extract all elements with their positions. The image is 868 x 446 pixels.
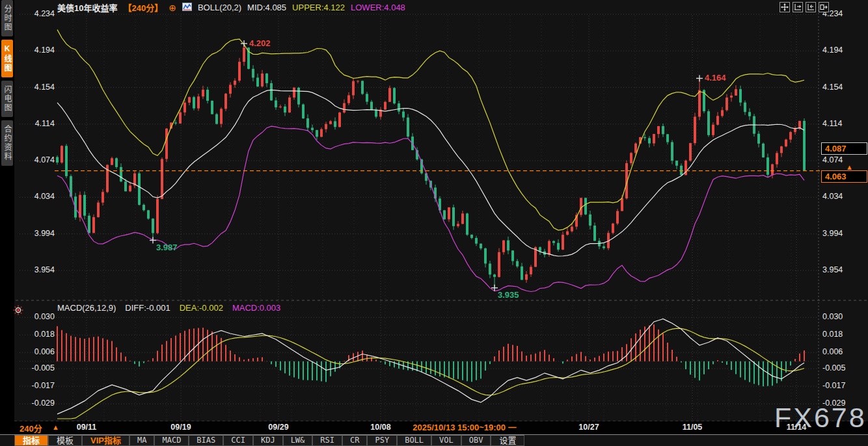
sidebar-tab-time-chart[interactable]: 分时图 xyxy=(1,0,13,36)
shift-right-icon[interactable] xyxy=(819,2,829,12)
add-indicator-icon[interactable]: ⊕ xyxy=(169,3,176,12)
macd-label: MACD(26,12,9) xyxy=(57,303,116,313)
indicator-chart-icon xyxy=(182,3,192,13)
macd-tick-label: -0.005 xyxy=(822,363,845,373)
sidebar-tab-lightning-chart[interactable]: 闪电图 xyxy=(1,81,13,117)
chart-background xyxy=(14,0,868,421)
date-tick-label: 10/08 xyxy=(370,423,390,432)
price-tick-label: 4.074 xyxy=(822,155,843,164)
sidebar: 分时图K线图闪电图合约资料 xyxy=(0,0,14,446)
compress-x-icon[interactable] xyxy=(793,2,803,12)
date-tick-label: 11/05 xyxy=(683,423,703,432)
price-tick-label: 4.034 xyxy=(18,192,55,201)
toolbar-button-PSY[interactable]: PSY xyxy=(367,435,397,446)
selected-period-label: 2025/10/13 15:00~19:00 一 xyxy=(413,421,517,434)
price-tick-label: 4.154 xyxy=(822,83,843,92)
macd-tick-label: -0.017 xyxy=(18,381,55,390)
boll-mid-value: MID:4.085 xyxy=(247,3,286,12)
compress-y-icon[interactable] xyxy=(806,2,816,12)
price-tick-label: 4.234 xyxy=(18,9,55,18)
macd-header: MACD(26,12,9) DIFF:-0.001 DEA:-0.002 MAC… xyxy=(57,303,280,313)
toolbar-button-BOLL[interactable]: BOLL xyxy=(397,435,431,446)
macd-tick-label: -0.017 xyxy=(822,381,845,390)
toolbar-button-KDJ[interactable]: KDJ xyxy=(253,435,283,446)
date-tick-label: 10/27 xyxy=(578,423,599,432)
indicator-toolbar: 指标模板VIP指标MAMACDBIASCCIKDJLW&RSICRPSYBOLL… xyxy=(0,434,868,446)
boll-lower-value: LOWER:4.048 xyxy=(351,3,405,12)
toolbar-button-设置[interactable]: 设置 xyxy=(491,435,524,446)
date-tick-label: 09/29 xyxy=(268,423,288,432)
toolbar-button-MACD[interactable]: MACD xyxy=(154,435,189,446)
price-tick-label: 4.034 xyxy=(822,192,843,201)
price-tick-label: 4.074 xyxy=(18,155,55,164)
toolbar-button-OBV[interactable]: OBV xyxy=(461,435,491,446)
date-tick-label: 09/11 xyxy=(77,423,97,432)
price-box-last: 4.063 xyxy=(821,170,867,183)
date-tick-label: 09/19 xyxy=(170,423,191,432)
macd-diff-value: DIFF:-0.001 xyxy=(125,303,170,313)
watermark: FX678 xyxy=(774,402,867,434)
macd-tick-label: 0.018 xyxy=(822,330,843,339)
macd-tick-label: 0.006 xyxy=(18,347,55,356)
macd-tick-label: 0.018 xyxy=(18,330,55,339)
toolbar-button-指标[interactable]: 指标 xyxy=(14,435,48,446)
sidebar-tab-contract-info[interactable]: 合约资料 xyxy=(1,120,13,166)
toolbar-button-MA[interactable]: MA xyxy=(129,435,154,446)
macd-dea-value: DEA:-0.002 xyxy=(180,303,223,313)
chart-header: 美债10年收益率 【240分】 ⊕ BOLL(20,2) MID:4.085 U… xyxy=(57,2,405,13)
interval-selector[interactable]: 240分 xyxy=(20,422,42,434)
price-tick-label: 3.954 xyxy=(18,265,55,274)
price-tick-label: 4.154 xyxy=(18,83,55,92)
macd-tick-label: 0.006 xyxy=(822,347,843,356)
time-axis-row: 240分 ▲ 09/1109/1909/2910/0810/2711/0511/… xyxy=(14,421,868,434)
instrument-title: 美债10年收益率 xyxy=(57,1,117,14)
macd-tick-label: -0.029 xyxy=(18,399,55,408)
price-tick-label: 4.194 xyxy=(822,46,843,55)
toolbar-button-VIP指标[interactable]: VIP指标 xyxy=(82,435,129,446)
interval-tag: 【240分】 xyxy=(123,1,163,14)
hot-indicator-icon[interactable] xyxy=(13,305,23,318)
toolbar-button-RSI[interactable]: RSI xyxy=(312,435,342,446)
toolbar-button-BIAS[interactable]: BIAS xyxy=(189,435,223,446)
toolbar-button-LW&[interactable]: LW& xyxy=(283,435,313,446)
price-line-marker-icon: ▲ xyxy=(846,163,853,171)
toolbar-button-CR[interactable]: CR xyxy=(342,435,367,446)
chart-tool-buttons xyxy=(780,2,829,12)
macd-tick-label: 0.030 xyxy=(822,312,843,321)
price-tick-label: 4.114 xyxy=(822,119,842,128)
macd-tick-label: 0.030 xyxy=(18,312,55,321)
toolbar-button-模板[interactable]: 模板 xyxy=(48,435,82,446)
price-tick-label: 3.994 xyxy=(18,229,55,238)
price-tick-label: 4.114 xyxy=(18,119,55,128)
toolbar-button-VOL[interactable]: VOL xyxy=(431,435,461,446)
price-box-close: 4.087 xyxy=(821,142,867,155)
macd-tick-label: -0.005 xyxy=(18,363,55,373)
boll-label: BOLL(20,2) xyxy=(198,3,241,12)
price-tick-label: 4.194 xyxy=(18,46,55,55)
move-chart-icon[interactable] xyxy=(780,2,790,12)
interval-up-arrow[interactable]: ▲ xyxy=(52,423,59,431)
toolbar-button-CCI[interactable]: CCI xyxy=(223,435,253,446)
boll-upper-value: UPPER:4.122 xyxy=(292,3,345,12)
price-tick-label: 3.954 xyxy=(822,265,843,274)
sidebar-tab-kline-chart[interactable]: K线图 xyxy=(1,40,13,77)
price-tick-label: 3.994 xyxy=(822,229,843,238)
macd-macd-value: MACD:0.003 xyxy=(232,303,280,313)
